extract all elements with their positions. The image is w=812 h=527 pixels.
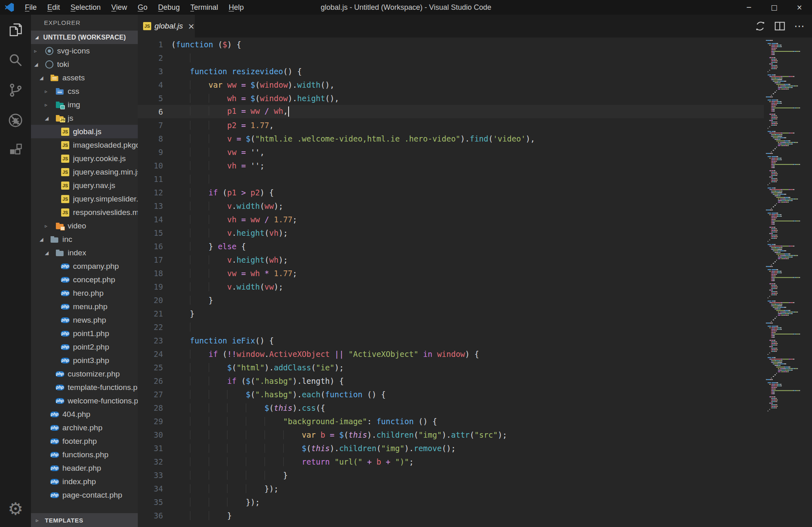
tree-item-point2-php[interactable]: phppoint2.php [31,340,138,354]
tree-item-jquery-simpleslider-js[interactable]: JSjquery.simpleslider.js [31,192,138,206]
code-line-13[interactable]: 13 v.width(ww); [138,199,812,213]
code-line-8[interactable]: 8 v = $("html.ie .welcome-video,html.ie … [138,132,812,145]
tree-item-menu-php[interactable]: phpmenu.php [31,300,138,313]
code-line-1[interactable]: 1(function ($) { [138,38,812,51]
code-line-15[interactable]: 15 v.height(vh); [138,226,812,239]
chevron-collapsed-icon[interactable]: ▹ [45,89,55,94]
tree-item-global-js[interactable]: JSglobal.js [31,125,138,138]
code-editor[interactable]: 1(function ($) {2 3 function resizevideo… [138,38,812,527]
close-button[interactable]: × [787,0,812,15]
tree-item-footer-php[interactable]: phpfooter.php [31,434,138,448]
code-line-5[interactable]: 5 wh = $(window).height(), [138,91,812,105]
code-line-28[interactable]: 28 $(this).css({ [138,401,812,414]
chevron-expanded-icon[interactable]: ◢ [40,75,50,81]
menu-view[interactable]: View [106,0,132,15]
code-line-10[interactable]: 10 vh = ''; [138,159,812,172]
minimize-button[interactable]: ─ [736,0,761,15]
code-line-23[interactable]: 23 function ieFix() { [138,334,812,347]
tab-global-js[interactable]: JS global.js × [138,15,195,38]
code-line-12[interactable]: 12 if (p1 > p2) { [138,186,812,199]
menu-debug[interactable]: Debug [153,0,185,15]
tree-item-img[interactable]: ▹img [31,98,138,111]
code-line-30[interactable]: 30 var b = $(this).children("img").attr(… [138,428,812,441]
code-line-21[interactable]: 21 } [138,307,812,320]
tree-item-imagesloaded-pkgd-min-js[interactable]: JSimagesloaded.pkgd.min.js [31,138,138,152]
code-line-25[interactable]: 25 $("html").addClass("ie"); [138,361,812,374]
sync-changes-icon[interactable] [753,19,767,33]
menu-terminal[interactable]: Terminal [185,0,223,15]
chevron-collapsed-icon[interactable]: ▹ [45,102,55,108]
tree-item-welcome-functions-php[interactable]: phpwelcome-functions.php [31,394,138,407]
tree-item-company-php[interactable]: phpcompany.php [31,259,138,273]
menu-selection[interactable]: Selection [65,0,106,15]
extensions-icon[interactable] [0,135,31,166]
code-line-6[interactable]: 6 p1 = ww / wh, [138,105,812,118]
tree-item-css[interactable]: ▹css [31,84,138,98]
code-line-35[interactable]: 35 }); [138,495,812,509]
chevron-expanded-icon[interactable]: ◢ [45,250,55,256]
code-line-24[interactable]: 24 if (!!window.ActiveXObject || "Active… [138,347,812,361]
tree-item-jquery-easing-min-js[interactable]: JSjquery.easing.min.js [31,165,138,179]
code-line-27[interactable]: 27 $(".hasbg").each(function () { [138,388,812,401]
code-line-32[interactable]: 32 return "url(" + b + ")"; [138,455,812,468]
tree-item-concept-php[interactable]: phpconcept.php [31,273,138,286]
code-line-31[interactable]: 31 $(this).children("img").remove(); [138,441,812,455]
templates-section[interactable]: ▹ TEMPLATES [31,513,138,527]
split-editor-icon[interactable] [773,19,787,33]
tab-close-icon[interactable]: × [188,22,195,31]
search-icon[interactable] [0,45,31,75]
tree-item-jquery-cookie-js[interactable]: JSjquery.cookie.js [31,152,138,165]
tree-item-point1-php[interactable]: phppoint1.php [31,327,138,340]
menu-edit[interactable]: Edit [42,0,65,15]
tree-item-customizer-php[interactable]: phpcustomizer.php [31,367,138,381]
tree-item-header-php[interactable]: phpheader.php [31,461,138,475]
tree-item-index[interactable]: ◢index [31,246,138,259]
chevron-collapsed-icon[interactable]: ▹ [34,48,45,54]
workspace-header[interactable]: ◢ UNTITLED (WORKSPACE) [31,31,138,44]
chevron-expanded-icon[interactable]: ◢ [40,237,50,242]
code-line-20[interactable]: 20 } [138,293,812,307]
code-line-18[interactable]: 18 vw = wh * 1.77; [138,266,812,280]
tree-item-hero-php[interactable]: phphero.php [31,286,138,300]
settings-gear-icon[interactable]: ⚙ [0,497,31,527]
tree-item-archive-php[interactable]: phparchive.php [31,421,138,434]
tree-item-jquery-nav-js[interactable]: JSjquery.nav.js [31,179,138,192]
code-line-4[interactable]: 4 var ww = $(window).width(), [138,78,812,91]
code-line-33[interactable]: 33 } [138,468,812,482]
tree-item-video[interactable]: ▹video [31,219,138,232]
tree-item-assets[interactable]: ◢assets [31,71,138,84]
tree-item-news-php[interactable]: phpnews.php [31,313,138,327]
code-line-3[interactable]: 3 function resizevideo() { [138,64,812,78]
code-line-17[interactable]: 17 v.height(wh); [138,253,812,266]
code-line-16[interactable]: 16 } else { [138,239,812,253]
minimap[interactable] [765,38,810,527]
tree-item-index-php[interactable]: phpindex.php [31,475,138,488]
tree-item-template-functions-php[interactable]: phptemplate-functions.php [31,381,138,394]
chevron-expanded-icon[interactable]: ◢ [45,115,55,121]
code-line-34[interactable]: 34 }); [138,482,812,495]
code-line-22[interactable]: 22 [138,320,812,334]
code-line-19[interactable]: 19 v.width(vw); [138,280,812,293]
tree-item-inc[interactable]: ◢inc [31,232,138,246]
menu-go[interactable]: Go [132,0,153,15]
source-control-icon[interactable] [0,75,31,105]
menu-help[interactable]: Help [223,0,249,15]
code-line-9[interactable]: 9 vw = '', [138,145,812,159]
tree-item-point3-php[interactable]: phppoint3.php [31,354,138,367]
code-line-14[interactable]: 14 vh = ww / 1.77; [138,213,812,226]
code-line-29[interactable]: 29 "background-image": function () { [138,414,812,428]
code-line-7[interactable]: 7 p2 = 1.77, [138,118,812,132]
code-line-36[interactable]: 36 } [138,509,812,522]
tree-item-js[interactable]: ◢JSjs [31,111,138,125]
tree-item-functions-php[interactable]: phpfunctions.php [31,448,138,461]
tree-item-toki[interactable]: ◢toki [31,58,138,71]
code-line-26[interactable]: 26 if ($(".hasbg").length) { [138,374,812,388]
menu-file[interactable]: File [20,0,42,15]
debug-icon[interactable] [0,105,31,135]
tree-item-404-php[interactable]: php404.php [31,407,138,421]
tree-item-responsiveslides-min-js[interactable]: JSresponsiveslides.min.js [31,206,138,219]
code-line-11[interactable]: 11 [138,172,812,186]
tree-item-page-contact-php[interactable]: phppage-contact.php [31,488,138,502]
maximize-button[interactable]: □ [761,0,787,15]
code-line-2[interactable]: 2 [138,51,812,64]
